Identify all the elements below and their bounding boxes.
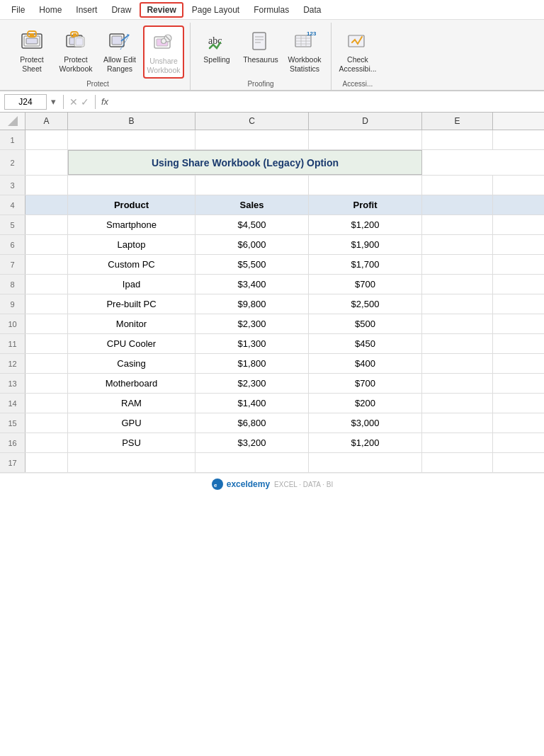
allow-edit-ranges-button[interactable]: Allow Edit Ranges bbox=[99, 25, 140, 76]
formula-input[interactable] bbox=[111, 97, 540, 107]
cell-1b[interactable] bbox=[68, 130, 196, 149]
cell-10c[interactable]: $2,300 bbox=[196, 314, 309, 333]
cell-9b[interactable]: Pre-built PC bbox=[68, 294, 196, 314]
cell-5d[interactable]: $1,200 bbox=[309, 215, 422, 234]
cell-4e[interactable] bbox=[422, 195, 493, 214]
cell-13d[interactable]: $700 bbox=[309, 374, 422, 393]
cell-5c[interactable]: $4,500 bbox=[196, 215, 309, 234]
cell-1e[interactable] bbox=[422, 130, 493, 149]
cell-5b[interactable]: Smartphone bbox=[68, 215, 196, 234]
cell-5e[interactable] bbox=[422, 215, 493, 234]
cell-10d[interactable]: $500 bbox=[309, 314, 422, 333]
cell-4b[interactable]: Product bbox=[68, 195, 196, 214]
thesaurus-button[interactable]: Thesaurus bbox=[240, 25, 281, 75]
cell-3b[interactable] bbox=[68, 176, 196, 195]
cell-2-title[interactable]: Using Share Workbook (Legacy) Option bbox=[68, 150, 422, 175]
menu-insert[interactable]: Insert bbox=[70, 4, 103, 16]
cell-9d[interactable]: $2,500 bbox=[309, 294, 422, 314]
cell-14e[interactable] bbox=[422, 394, 493, 413]
protect-sheet-button[interactable]: Protect Sheet bbox=[11, 25, 52, 76]
cell-11a[interactable] bbox=[26, 334, 68, 353]
spelling-button[interactable]: abc Spelling bbox=[196, 25, 237, 75]
cell-14c[interactable]: $1,400 bbox=[196, 394, 309, 413]
protect-workbook-button[interactable]: Protect Workbook bbox=[55, 25, 96, 76]
cell-12c[interactable]: $1,800 bbox=[196, 354, 309, 373]
cell-1d[interactable] bbox=[309, 130, 422, 149]
cell-3e[interactable] bbox=[422, 176, 493, 195]
cell-7c[interactable]: $5,500 bbox=[196, 255, 309, 274]
cell-3a[interactable] bbox=[26, 176, 68, 195]
cell-7b[interactable]: Custom PC bbox=[68, 255, 196, 274]
cell-14b[interactable]: RAM bbox=[68, 394, 196, 413]
cell-13a[interactable] bbox=[26, 374, 68, 393]
cell-8c[interactable]: $3,400 bbox=[196, 275, 309, 294]
cell-4c[interactable]: Sales bbox=[196, 195, 309, 214]
cell-13e[interactable] bbox=[422, 374, 493, 393]
cell-17e[interactable] bbox=[422, 453, 493, 472]
menu-data[interactable]: Data bbox=[298, 4, 327, 16]
cell-6b[interactable]: Laptop bbox=[68, 235, 196, 254]
cell-4d[interactable]: Profit bbox=[309, 195, 422, 214]
cell-4a[interactable] bbox=[26, 195, 68, 214]
workbook-statistics-button[interactable]: 123 Workbook Statistics bbox=[284, 25, 325, 76]
confirm-formula-icon[interactable]: ✓ bbox=[81, 96, 89, 108]
menu-draw[interactable]: Draw bbox=[106, 4, 137, 16]
cell-3d[interactable] bbox=[309, 176, 422, 195]
cell-15a[interactable] bbox=[26, 413, 68, 433]
cell-1a[interactable] bbox=[26, 130, 68, 149]
menu-review[interactable]: Review bbox=[140, 2, 183, 18]
cell-12b[interactable]: Casing bbox=[68, 354, 196, 373]
cell-9c[interactable]: $9,800 bbox=[196, 294, 309, 314]
cell-6d[interactable]: $1,900 bbox=[309, 235, 422, 254]
cell-7d[interactable]: $1,700 bbox=[309, 255, 422, 274]
unshare-workbook-button[interactable]: Unshare Workbook bbox=[143, 25, 184, 79]
cell-15d[interactable]: $3,000 bbox=[309, 413, 422, 433]
cell-3c[interactable] bbox=[196, 176, 309, 195]
cell-11c[interactable]: $1,300 bbox=[196, 334, 309, 353]
cell-14a[interactable] bbox=[26, 394, 68, 413]
cell-7e[interactable] bbox=[422, 255, 493, 274]
cell-12e[interactable] bbox=[422, 354, 493, 373]
check-accessibility-button[interactable]: Check Accessibi... bbox=[337, 25, 378, 76]
cell-17d[interactable] bbox=[309, 453, 422, 472]
cell-1c[interactable] bbox=[196, 130, 309, 149]
cell-16a[interactable] bbox=[26, 433, 68, 452]
cell-reference-input[interactable] bbox=[4, 94, 47, 110]
cell-15b[interactable]: GPU bbox=[68, 413, 196, 433]
cell-7a[interactable] bbox=[26, 255, 68, 274]
cell-13b[interactable]: Motherboard bbox=[68, 374, 196, 393]
cell-5a[interactable] bbox=[26, 215, 68, 234]
cell-8a[interactable] bbox=[26, 275, 68, 294]
cell-10b[interactable]: Monitor bbox=[68, 314, 196, 333]
cell-17a[interactable] bbox=[26, 453, 68, 472]
cell-14d[interactable]: $200 bbox=[309, 394, 422, 413]
cell-16c[interactable]: $3,200 bbox=[196, 433, 309, 452]
cell-17b[interactable] bbox=[68, 453, 196, 472]
cell-12d[interactable]: $400 bbox=[309, 354, 422, 373]
cell-8d[interactable]: $700 bbox=[309, 275, 422, 294]
cell-2a[interactable] bbox=[26, 150, 68, 175]
cell-10a[interactable] bbox=[26, 314, 68, 333]
cell-15c[interactable]: $6,800 bbox=[196, 413, 309, 433]
cell-16d[interactable]: $1,200 bbox=[309, 433, 422, 452]
menu-page-layout[interactable]: Page Layout bbox=[186, 4, 245, 16]
cell-10e[interactable] bbox=[422, 314, 493, 333]
cell-16e[interactable] bbox=[422, 433, 493, 452]
menu-formulas[interactable]: Formulas bbox=[248, 4, 295, 16]
menu-file[interactable]: File bbox=[6, 4, 30, 16]
cell-13c[interactable]: $2,300 bbox=[196, 374, 309, 393]
cell-12a[interactable] bbox=[26, 354, 68, 373]
menu-home[interactable]: Home bbox=[33, 4, 67, 16]
cell-11e[interactable] bbox=[422, 334, 493, 353]
cell-9a[interactable] bbox=[26, 294, 68, 314]
cell-11b[interactable]: CPU Cooler bbox=[68, 334, 196, 353]
cell-6c[interactable]: $6,000 bbox=[196, 235, 309, 254]
cell-15e[interactable] bbox=[422, 413, 493, 433]
cell-6e[interactable] bbox=[422, 235, 493, 254]
cancel-formula-icon[interactable]: ✕ bbox=[69, 96, 78, 108]
cell-ref-dropdown[interactable]: ▾ bbox=[50, 96, 57, 107]
cell-16b[interactable]: PSU bbox=[68, 433, 196, 452]
cell-11d[interactable]: $450 bbox=[309, 334, 422, 353]
cell-9e[interactable] bbox=[422, 294, 493, 314]
cell-6a[interactable] bbox=[26, 235, 68, 254]
